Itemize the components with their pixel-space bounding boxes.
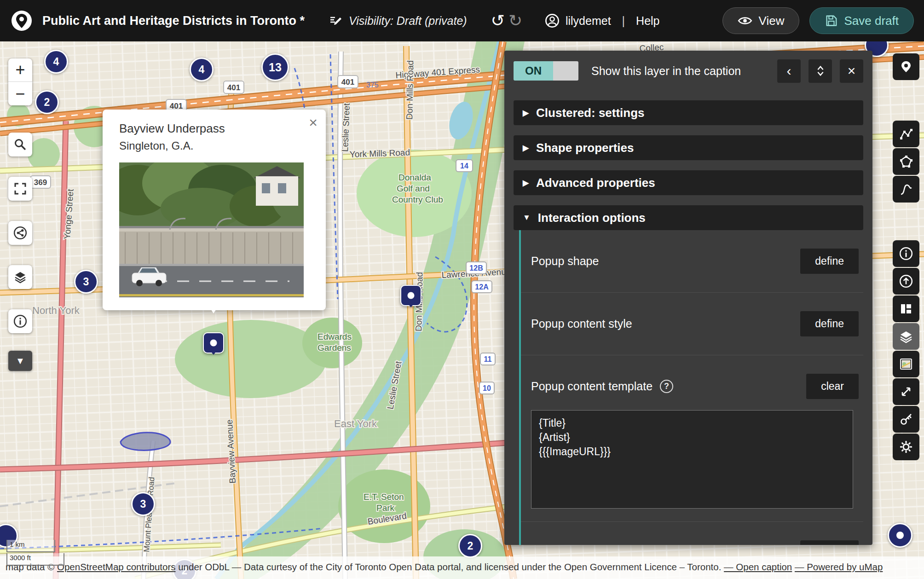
open-caption-link[interactable]: — Open caption <box>724 562 792 572</box>
popup-shape-define-button[interactable]: define <box>800 249 859 274</box>
section-clustered-settings[interactable]: ▶ Clustered: settings <box>514 100 863 125</box>
popup-artist: Singleton, G.A. <box>119 139 304 152</box>
route-shield: 401 <box>341 78 354 87</box>
attribution-text: under ODbL — Data curtesy of the City of… <box>176 562 724 572</box>
map-label: 375 <box>366 81 379 89</box>
map-label: Leslie Street <box>340 103 352 152</box>
popup-template-textarea[interactable]: {Title} {Artist} {{{ImageURL}}} <box>531 410 853 509</box>
zoom-in-button[interactable]: + <box>8 58 32 82</box>
polygon-icon <box>899 155 913 168</box>
map-label: Edwards <box>318 332 352 342</box>
exit-badge: 14 <box>460 162 468 170</box>
visibility-button[interactable]: Visibility: Draft (private) <box>329 14 467 28</box>
interaction-options-content: Popup shape define Popup content style d… <box>519 230 863 545</box>
share-icon <box>13 226 28 240</box>
diagonal-arrows-icon <box>899 385 913 399</box>
layout-button[interactable] <box>893 295 919 322</box>
popup-content-template-row: Popup content template ? clear <box>521 355 863 410</box>
about-button[interactable] <box>8 309 32 333</box>
edit-layers-button[interactable] <box>893 323 919 350</box>
save-draft-button[interactable]: Save draft <box>809 7 914 34</box>
unfold-icon <box>814 64 827 77</box>
layers-icon <box>899 330 913 343</box>
map-marker[interactable] <box>400 285 422 306</box>
show-in-caption-toggle[interactable]: ON <box>514 61 578 81</box>
view-button[interactable]: View <box>722 7 800 34</box>
help-link[interactable]: Help <box>636 14 659 28</box>
marker-cluster[interactable]: 3 <box>131 492 155 516</box>
display-label-row: Display label define <box>521 521 863 545</box>
edit-toolbar <box>893 53 919 461</box>
marker-cluster[interactable]: 13 <box>261 53 289 81</box>
umap-logo[interactable] <box>10 9 33 32</box>
fullscreen-icon <box>13 182 27 196</box>
draw-polyline-button[interactable] <box>893 121 919 147</box>
section-shape-properties[interactable]: ▶ Shape properties <box>514 135 863 160</box>
change-tilelayer-button[interactable] <box>893 351 919 377</box>
route-shield: 369 <box>34 178 47 187</box>
redo-button[interactable]: ↻ <box>508 11 522 30</box>
zoom-out-button[interactable]: − <box>8 82 32 105</box>
share-button[interactable] <box>8 221 32 245</box>
undo-button[interactable]: ↺ <box>491 11 505 30</box>
display-label-define-button[interactable]: define <box>800 540 859 545</box>
panel-back-button[interactable]: ‹ <box>777 59 801 83</box>
caption-info-button[interactable] <box>893 240 919 267</box>
chevron-down-icon: ▼ <box>523 213 531 222</box>
route-shield: 401 <box>227 83 240 92</box>
marker-icon <box>899 60 913 74</box>
map-marker[interactable] <box>203 332 224 353</box>
marker-cluster[interactable]: 4 <box>44 50 68 74</box>
search-icon <box>13 138 27 151</box>
panel-close-button[interactable]: × <box>840 59 863 83</box>
map-marker-single[interactable] <box>888 523 912 548</box>
popup-shape-label: Popup shape <box>531 255 599 268</box>
settings-button[interactable] <box>893 434 919 460</box>
popup-title: Bayview Underpass <box>119 122 304 136</box>
draw-polygon-button[interactable] <box>893 148 919 175</box>
popup-close-button[interactable]: × <box>309 115 318 130</box>
osm-contributors-link[interactable]: OpenStreetMap contributors <box>57 562 176 572</box>
import-data-button[interactable] <box>893 268 919 295</box>
edit-pencil-icon <box>329 14 342 28</box>
layers-button[interactable] <box>8 265 32 289</box>
section-label: Shape properties <box>536 141 634 155</box>
marker-cluster[interactable]: 2 <box>458 534 482 558</box>
eye-icon <box>738 15 752 27</box>
exit-badge: 12A <box>475 283 489 291</box>
section-interaction-options[interactable]: ▼ Interaction options <box>514 205 863 230</box>
chevron-right-icon: ▶ <box>523 178 529 188</box>
section-label: Advanced properties <box>536 176 655 190</box>
exit-badge: 11 <box>484 355 492 363</box>
chevron-right-icon: ▶ <box>523 108 529 118</box>
polyline-icon <box>899 127 913 141</box>
powered-by-umap-link[interactable]: — Powered by uMap <box>795 562 883 572</box>
attribution-bar: map data © OpenStreetMap contributors un… <box>0 556 924 579</box>
marker-cluster[interactable]: 3 <box>74 270 98 294</box>
draw-marker-button[interactable] <box>893 53 919 80</box>
gear-icon <box>899 440 913 454</box>
map-title[interactable]: Public Art and Heritage Districts in Tor… <box>42 14 305 28</box>
draw-line-button[interactable] <box>893 176 919 203</box>
help-icon[interactable]: ? <box>660 380 673 393</box>
popup-content-style-define-button[interactable]: define <box>800 311 859 336</box>
collapse-controls-button[interactable]: ▼ <box>8 351 32 371</box>
section-label: Interaction options <box>538 211 646 225</box>
permissions-button[interactable] <box>893 406 919 433</box>
curve-icon <box>899 182 913 196</box>
marker-cluster[interactable]: 2 <box>35 90 59 114</box>
map-label: Gardens <box>318 343 351 353</box>
search-button[interactable] <box>8 133 32 156</box>
map-label: Park <box>376 503 395 513</box>
marker-cluster[interactable]: 4 <box>190 58 214 81</box>
user-menu[interactable]: lilydemet <box>544 13 611 29</box>
fullscreen-button[interactable] <box>8 177 32 201</box>
panel-expand-button[interactable] <box>808 59 832 83</box>
edit-extent-button[interactable] <box>893 378 919 405</box>
app-header: Public Art and Heritage Districts in Tor… <box>0 0 924 41</box>
user-icon <box>544 13 560 29</box>
feature-popup: × Bayview Underpass Singleton, G.A. <box>103 110 326 310</box>
popup-template-clear-button[interactable]: clear <box>806 374 859 399</box>
section-advanced-properties[interactable]: ▶ Advanced properties <box>514 170 863 195</box>
save-icon <box>825 14 837 27</box>
